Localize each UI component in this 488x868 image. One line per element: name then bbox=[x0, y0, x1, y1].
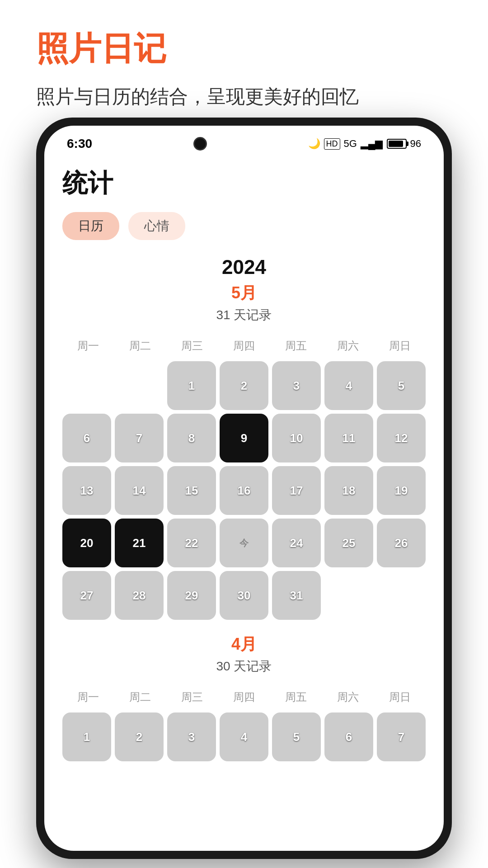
april-section: 4月 30 天记录 周一 周二 周三 周四 周五 周六 周日 1 2 3 4 5 bbox=[62, 633, 426, 761]
cal-day-7[interactable]: 7 bbox=[115, 414, 164, 462]
cal-day-24[interactable]: 24 bbox=[272, 519, 321, 567]
weekday-mon: 周一 bbox=[62, 335, 114, 357]
cal-day-today[interactable]: 今 bbox=[220, 519, 268, 567]
april-calendar-grid: 1 2 3 4 5 6 7 bbox=[62, 712, 426, 761]
battery-level: 96 bbox=[410, 138, 421, 150]
phone-screen: 6:30 🌙 HD 5G ▂▄▆ 96 统计 日历 心情 2024 bbox=[44, 126, 444, 851]
cal-day-1[interactable]: 1 bbox=[167, 361, 216, 410]
cal-day-20[interactable]: 20 bbox=[62, 519, 111, 567]
apr-day-1[interactable]: 1 bbox=[62, 712, 111, 761]
april-days-count: 30 天记录 bbox=[62, 658, 426, 675]
tab-mood[interactable]: 心情 bbox=[128, 212, 185, 240]
weekday-fri: 周五 bbox=[270, 335, 322, 357]
apr-day-6[interactable]: 6 bbox=[324, 712, 373, 761]
cal-day-21[interactable]: 21 bbox=[115, 519, 164, 567]
april-weekday-header: 周一 周二 周三 周四 周五 周六 周日 bbox=[62, 686, 426, 708]
app-content: 统计 日历 心情 2024 5月 31 天记录 周一 周二 周三 周四 周五 周… bbox=[44, 157, 444, 851]
cal-day-4[interactable]: 4 bbox=[324, 361, 373, 410]
cal-day-11[interactable]: 11 bbox=[324, 414, 373, 462]
cal-day-2[interactable]: 2 bbox=[220, 361, 268, 410]
may-label: 5月 bbox=[62, 282, 426, 304]
tab-calendar[interactable]: 日历 bbox=[62, 212, 119, 240]
weekday-thu: 周四 bbox=[218, 335, 270, 357]
cal-day-8[interactable]: 8 bbox=[167, 414, 216, 462]
cal-day-3[interactable]: 3 bbox=[272, 361, 321, 410]
phone-frame: 6:30 🌙 HD 5G ▂▄▆ 96 统计 日历 心情 2024 bbox=[36, 118, 452, 859]
empty-cell bbox=[115, 361, 164, 410]
weekday-wed: 周三 bbox=[166, 335, 218, 357]
apr-day-5[interactable]: 5 bbox=[272, 712, 321, 761]
battery-icon bbox=[387, 139, 407, 149]
april-label: 4月 bbox=[62, 633, 426, 656]
cal-day-25[interactable]: 25 bbox=[324, 519, 373, 567]
apr-day-2[interactable]: 2 bbox=[115, 712, 164, 761]
cal-day-12[interactable]: 12 bbox=[377, 414, 426, 462]
page-subtitle: 照片与日历的结合，呈现更美好的回忆 bbox=[36, 84, 452, 109]
cal-day-10[interactable]: 10 bbox=[272, 414, 321, 462]
cal-day-5[interactable]: 5 bbox=[377, 361, 426, 410]
hd-icon: HD bbox=[324, 138, 340, 150]
empty-cell bbox=[324, 571, 373, 620]
status-bar: 6:30 🌙 HD 5G ▂▄▆ 96 bbox=[44, 126, 444, 157]
apr-day-3[interactable]: 3 bbox=[167, 712, 216, 761]
cal-day-28[interactable]: 28 bbox=[115, 571, 164, 620]
weekday-sat: 周六 bbox=[322, 335, 374, 357]
status-time: 6:30 bbox=[67, 137, 92, 151]
wifi-icon: ▂▄▆ bbox=[361, 138, 383, 150]
year-label: 2024 bbox=[62, 256, 426, 278]
page-header: 照片日记 照片与日历的结合，呈现更美好的回忆 bbox=[0, 0, 488, 118]
cal-day-13[interactable]: 13 bbox=[62, 466, 111, 515]
page-title: 照片日记 bbox=[36, 27, 452, 71]
cal-day-26[interactable]: 26 bbox=[377, 519, 426, 567]
may-calendar-grid: 1 2 3 4 5 6 7 8 9 10 11 12 13 14 15 bbox=[62, 361, 426, 620]
cal-day-15[interactable]: 15 bbox=[167, 466, 216, 515]
weekday-sun: 周日 bbox=[374, 335, 426, 357]
cal-day-18[interactable]: 18 bbox=[324, 466, 373, 515]
cal-day-6[interactable]: 6 bbox=[62, 414, 111, 462]
empty-cell bbox=[62, 361, 111, 410]
apr-day-4[interactable]: 4 bbox=[220, 712, 268, 761]
cal-day-9[interactable]: 9 bbox=[220, 414, 268, 462]
moon-icon: 🌙 bbox=[308, 138, 320, 150]
may-weekday-header: 周一 周二 周三 周四 周五 周六 周日 bbox=[62, 335, 426, 357]
app-title: 统计 bbox=[62, 166, 426, 201]
apr-day-7[interactable]: 7 bbox=[377, 712, 426, 761]
cal-day-14[interactable]: 14 bbox=[115, 466, 164, 515]
cal-day-19[interactable]: 19 bbox=[377, 466, 426, 515]
cal-day-29[interactable]: 29 bbox=[167, 571, 216, 620]
cal-day-30[interactable]: 30 bbox=[220, 571, 268, 620]
status-icons: 🌙 HD 5G ▂▄▆ 96 bbox=[308, 138, 421, 150]
cal-day-22[interactable]: 22 bbox=[167, 519, 216, 567]
empty-cell bbox=[377, 571, 426, 620]
signal-icon: 5G bbox=[344, 138, 357, 150]
cal-day-27[interactable]: 27 bbox=[62, 571, 111, 620]
camera-notch bbox=[193, 137, 207, 151]
may-days-count: 31 天记录 bbox=[62, 307, 426, 324]
may-section: 5月 31 天记录 周一 周二 周三 周四 周五 周六 周日 1 2 bbox=[62, 282, 426, 620]
cal-day-31[interactable]: 31 bbox=[272, 571, 321, 620]
cal-day-16[interactable]: 16 bbox=[220, 466, 268, 515]
weekday-tue: 周二 bbox=[114, 335, 166, 357]
cal-day-17[interactable]: 17 bbox=[272, 466, 321, 515]
filter-tabs: 日历 心情 bbox=[62, 212, 426, 240]
